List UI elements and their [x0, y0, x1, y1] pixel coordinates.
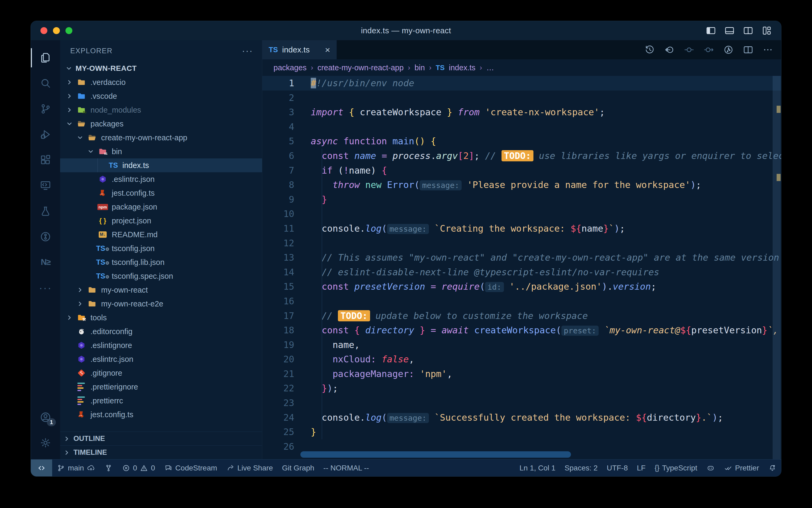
split-editor-icon[interactable]	[743, 25, 754, 36]
next-change-icon[interactable]	[704, 44, 714, 55]
close-tab-icon[interactable]: ×	[325, 45, 330, 55]
code-line[interactable]: 6 const name = process.argv[2]; // TODO:…	[262, 149, 781, 163]
breadcrumb-item[interactable]: packages	[274, 64, 306, 72]
status-prettier[interactable]: Prettier	[719, 460, 764, 476]
tree-item-index-ts[interactable]: TSindex.ts	[60, 159, 262, 172]
code-line[interactable]: 22 });	[262, 381, 781, 396]
tree-section-root[interactable]: MY-OWN-REACT	[60, 61, 262, 75]
tree-item--eslintignore[interactable]: .eslintignore	[60, 338, 262, 352]
status-codestream[interactable]: CodeStream	[160, 460, 222, 476]
tree-item-bin[interactable]: 01bin	[60, 144, 262, 159]
tree-item-tools[interactable]: ⚒tools	[60, 311, 262, 325]
titlebar[interactable]: index.ts — my-own-react	[31, 21, 781, 40]
tree-item-create-my-own-react-app[interactable]: create-my-own-react-app	[60, 131, 262, 144]
status-encoding[interactable]: UTF-8	[602, 460, 632, 476]
tree-item-my-own-react[interactable]: my-own-react	[60, 283, 262, 297]
tree-item-jest-config-ts[interactable]: jest.config.ts	[60, 186, 262, 200]
tree-item--editorconfig[interactable]: .editorconfig	[60, 325, 262, 338]
explorer-more-icon[interactable]: ···	[242, 45, 253, 56]
tree-item--prettierrc[interactable]: .prettierrc	[60, 394, 262, 408]
code-line[interactable]: 9 }	[262, 192, 781, 207]
code-line[interactable]: 15 const presetVersion = require(id: '..…	[262, 279, 781, 294]
code-line[interactable]: 16	[262, 294, 781, 308]
activity-accounts-icon[interactable]: 1	[31, 405, 60, 430]
activity-nx-console-icon[interactable]: N≥	[31, 250, 60, 275]
layout-panel-icon[interactable]	[724, 25, 735, 36]
breadcrumb-item[interactable]: index.ts	[449, 64, 475, 72]
code-line[interactable]: 23	[262, 396, 781, 410]
activity-search-icon[interactable]	[31, 71, 60, 96]
code-line[interactable]: 4	[262, 120, 781, 134]
code-line[interactable]: 14 // eslint-disable-next-line @typescri…	[262, 265, 781, 280]
tree-item-tsconfig-spec-json[interactable]: TS⚙tsconfig.spec.json	[60, 269, 262, 283]
activity-extensions-icon[interactable]	[31, 147, 60, 173]
split-editor-icon[interactable]	[743, 44, 754, 55]
code-line[interactable]: 21 packageManager: 'npm',	[262, 367, 781, 381]
status-vim-mode[interactable]: -- NORMAL --	[319, 460, 374, 476]
code-line[interactable]: 20 nxCloud: false,	[262, 352, 781, 367]
status-git-graph[interactable]: Git Graph	[278, 460, 319, 476]
status-cursor-position[interactable]: Ln 1, Col 1	[515, 460, 560, 476]
activity-run-debug-icon[interactable]	[31, 122, 60, 147]
status-eol[interactable]: LF	[632, 460, 650, 476]
activity-gitlens-icon[interactable]	[31, 224, 60, 250]
git-circle-icon[interactable]	[723, 44, 734, 55]
horizontal-scrollbar[interactable]	[300, 451, 571, 458]
tree-item--prettierignore[interactable]: .prettierignore	[60, 380, 262, 394]
tree-item-package-json[interactable]: npmpackage.json	[60, 200, 262, 214]
activity-more-ellipsis-icon[interactable]: ···	[31, 275, 60, 301]
tree-item-node-modules[interactable]: JSnode_modules	[60, 103, 262, 117]
more-actions-icon[interactable]	[763, 44, 773, 55]
tab-index-ts[interactable]: TS index.ts ×	[262, 40, 337, 59]
code-line[interactable]: 13 // This assumes "my-own-react" and "c…	[262, 250, 781, 265]
code-line[interactable]: 25}	[262, 425, 781, 439]
tree-item--verdaccio[interactable]: .verdaccio	[60, 75, 262, 89]
sidebar-section-timeline[interactable]: TIMELINE	[60, 446, 262, 459]
tree-item--vscode[interactable]: .vscode	[60, 89, 262, 103]
tree-item-project-json[interactable]: { }project.json	[60, 214, 262, 228]
activity-test-beaker-icon[interactable]	[31, 198, 60, 224]
layout-sidebar-left-icon[interactable]	[706, 25, 716, 36]
status-remote-indicator[interactable]	[31, 460, 52, 476]
code-line[interactable]: 2	[262, 90, 781, 105]
status-language-mode[interactable]: {}TypeScript	[650, 460, 702, 476]
tree-item-my-own-react-e2e[interactable]: my-own-react-e2e	[60, 297, 262, 311]
code-line[interactable]: 11 console.log(message: `Creating the wo…	[262, 221, 781, 236]
activity-files-icon[interactable]	[31, 45, 60, 71]
tree-item-tsconfig-lib-json[interactable]: TS⚙tsconfig.lib.json	[60, 255, 262, 269]
breadcrumb-item[interactable]: bin	[415, 64, 425, 72]
code-line[interactable]: 19 name,	[262, 338, 781, 352]
code-line[interactable]: 18 const { directory } = await createWor…	[262, 323, 781, 338]
code-line[interactable]: 8 throw new Error(message: 'Please provi…	[262, 178, 781, 192]
breadcrumb-item[interactable]: create-my-own-react-app	[318, 64, 403, 72]
code-line[interactable]: 17 // TODO: update below to customize th…	[262, 308, 781, 323]
customize-layout-icon[interactable]	[761, 25, 772, 36]
tree-item--eslintrc-json[interactable]: .eslintrc.json	[60, 172, 262, 186]
code-editor[interactable]: 1#!/usr/bin/env node23import { createWor…	[262, 76, 781, 459]
code-line[interactable]: 24 console.log(message: `Successfully cr…	[262, 410, 781, 425]
activity-remote-explorer-icon[interactable]	[31, 173, 60, 198]
status-indentation[interactable]: Spaces: 2	[560, 460, 602, 476]
tree-item-tsconfig-json[interactable]: TS⚙tsconfig.json	[60, 242, 262, 255]
tree-item--eslintrc-json[interactable]: .eslintrc.json	[60, 352, 262, 366]
vertical-scrollbar[interactable]	[773, 76, 780, 459]
status-problems[interactable]: 00	[117, 460, 160, 476]
status-copilot[interactable]	[702, 460, 719, 476]
tree-item-jest-config-ts[interactable]: jest.config.ts	[60, 408, 262, 421]
code-line[interactable]: 1#!/usr/bin/env node	[262, 76, 781, 90]
tree-item-packages[interactable]: packages	[60, 117, 262, 131]
status-live-share[interactable]: Live Share	[222, 460, 278, 476]
code-line[interactable]: 3import { createWorkspace } from 'create…	[262, 105, 781, 120]
breadcrumb-item[interactable]: …	[486, 64, 494, 72]
status-notifications[interactable]	[764, 460, 781, 476]
sidebar-section-outline[interactable]: OUTLINE	[60, 432, 262, 446]
activity-settings-gear-icon[interactable]	[31, 430, 60, 456]
history-icon[interactable]	[644, 44, 655, 55]
prev-change-icon[interactable]	[684, 44, 695, 55]
code-line[interactable]: 7 if (!name) {	[262, 163, 781, 178]
status-git-branch[interactable]: main	[52, 460, 100, 476]
activity-source-control-icon[interactable]	[31, 96, 60, 122]
tree-item-readme-md[interactable]: M↓README.md	[60, 228, 262, 242]
tree-item--gitignore[interactable]: .gitignore	[60, 366, 262, 380]
code-line[interactable]: 10	[262, 207, 781, 221]
